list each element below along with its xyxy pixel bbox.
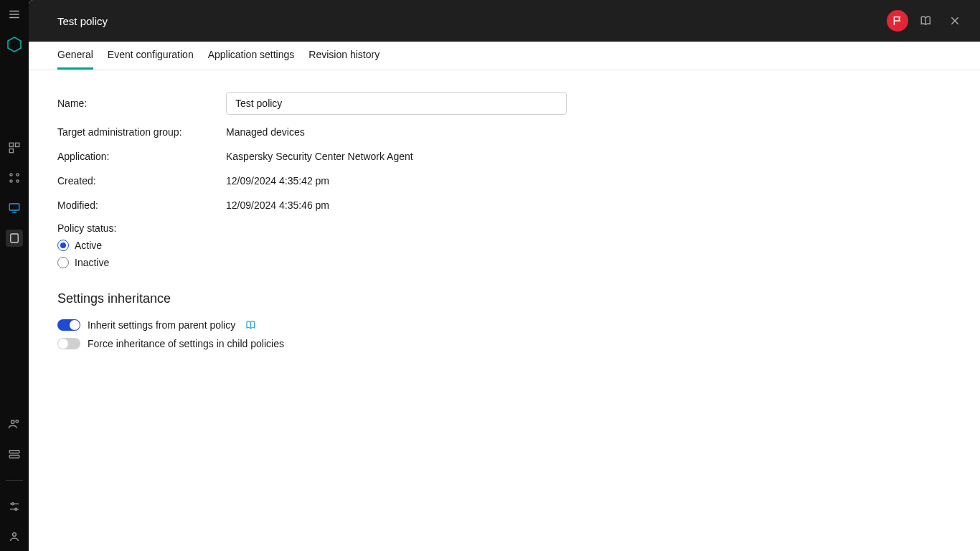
policy-status-label: Policy status:	[57, 222, 951, 234]
toggle-force-child-label: Force inheritance of settings in child p…	[88, 338, 284, 349]
svg-marker-3	[8, 37, 21, 52]
svg-point-15	[16, 420, 19, 423]
close-icon[interactable]	[944, 10, 966, 32]
tab-revision-history[interactable]: Revision history	[308, 42, 380, 70]
panel-header: Test policy	[29, 0, 980, 42]
application-label: Application:	[57, 151, 226, 162]
created-value: 12/09/2024 4:35:42 pm	[226, 175, 329, 187]
svg-rect-16	[9, 451, 19, 453]
svg-point-19	[11, 503, 14, 505]
svg-point-8	[17, 174, 19, 176]
storage-icon[interactable]	[6, 446, 23, 463]
application-value: Kaspersky Security Center Network Agent	[226, 151, 413, 162]
target-group-label: Target administration group:	[57, 126, 226, 138]
name-label: Name:	[57, 98, 226, 109]
svg-rect-6	[9, 149, 13, 153]
users-icon[interactable]	[6, 415, 23, 433]
help-book-inline-icon[interactable]	[245, 319, 257, 331]
radio-active[interactable]	[57, 240, 69, 251]
svg-point-14	[11, 420, 15, 424]
tab-general[interactable]: General	[57, 42, 93, 70]
menu-icon[interactable]	[6, 6, 23, 23]
toggle-inherit-parent[interactable]	[57, 319, 80, 331]
target-group-value: Managed devices	[226, 126, 305, 138]
svg-rect-13	[11, 234, 19, 242]
left-rail	[0, 0, 29, 551]
created-label: Created:	[57, 175, 226, 187]
name-input[interactable]	[226, 92, 567, 115]
panel-title: Test policy	[57, 15, 108, 27]
svg-rect-4	[9, 143, 13, 146]
modified-value: 12/09/2024 4:35:46 pm	[226, 199, 329, 211]
svg-point-22	[13, 533, 17, 537]
radio-inactive-label: Inactive	[75, 257, 109, 268]
brand-icon[interactable]	[6, 36, 23, 53]
tab-application-settings[interactable]: Application settings	[208, 42, 295, 70]
tabs: General Event configuration Application …	[29, 42, 980, 70]
tasks-icon[interactable]	[6, 230, 23, 247]
settings-icon[interactable]	[6, 498, 23, 515]
svg-point-21	[15, 508, 17, 510]
help-book-icon[interactable]	[915, 10, 937, 32]
content: Name: Target administration group: Manag…	[29, 70, 980, 551]
toggle-force-child[interactable]	[57, 338, 80, 349]
svg-rect-17	[9, 456, 19, 458]
toggle-inherit-parent-label: Inherit settings from parent policy	[88, 319, 235, 331]
svg-rect-11	[9, 204, 19, 210]
svg-point-7	[10, 174, 12, 176]
flag-button[interactable]	[887, 10, 908, 32]
apps-icon[interactable]	[6, 169, 23, 187]
radio-active-label: Active	[75, 240, 102, 251]
devices-icon[interactable]	[6, 199, 23, 217]
tab-event-configuration[interactable]: Event configuration	[108, 42, 194, 70]
dashboard-icon[interactable]	[6, 139, 23, 156]
svg-point-9	[10, 180, 12, 182]
radio-inactive[interactable]	[57, 257, 69, 268]
radio-active-row[interactable]: Active	[57, 240, 951, 251]
rail-separator	[6, 480, 23, 481]
account-icon[interactable]	[6, 528, 23, 545]
radio-inactive-row[interactable]: Inactive	[57, 257, 951, 268]
svg-rect-5	[16, 143, 19, 146]
modified-label: Modified:	[57, 199, 226, 211]
settings-inheritance-title: Settings inheritance	[57, 291, 951, 306]
policy-panel: Test policy General Event configuration …	[29, 0, 980, 551]
svg-point-10	[17, 180, 19, 182]
